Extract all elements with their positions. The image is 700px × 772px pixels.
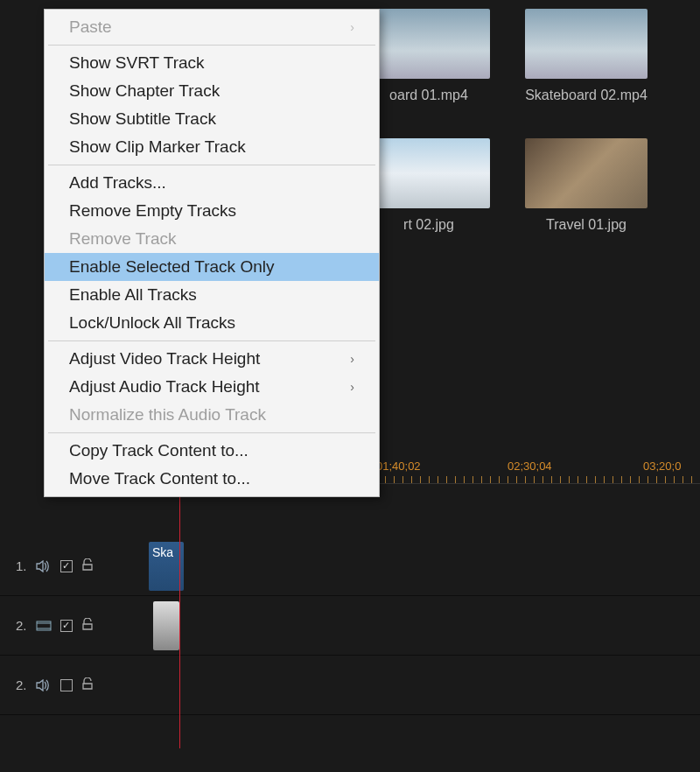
thumbnail-image — [368, 138, 490, 208]
thumbnail-label: oard 01.mp4 — [389, 88, 468, 103]
menu-label: Show Subtitle Track — [69, 109, 216, 129]
timeline-clip[interactable]: Ska — [149, 542, 184, 591]
menu-label: Add Tracks... — [69, 173, 166, 193]
media-thumb[interactable]: Skateboard 02.mp4 — [525, 9, 648, 103]
film-icon[interactable] — [36, 620, 52, 632]
track-row[interactable]: 2. — [0, 656, 700, 715]
menu-label: Adjust Video Track Height — [69, 349, 260, 368]
track-row[interactable]: 2. ✓ — [0, 596, 700, 656]
ruler-time: 01;40;02 — [376, 460, 421, 473]
menu-show-chapter[interactable]: Show Chapter Track — [45, 77, 379, 105]
menu-lock-unlock-all[interactable]: Lock/Unlock All Tracks — [45, 309, 379, 337]
speaker-icon[interactable] — [36, 679, 52, 691]
menu-label: Adjust Audio Track Height — [69, 377, 260, 397]
menu-label: Show SVRT Track — [69, 53, 205, 73]
menu-label: Enable Selected Track Only — [69, 257, 274, 277]
track-header: 2. — [0, 677, 149, 692]
thumbnail-image — [525, 138, 648, 208]
lock-icon[interactable] — [81, 558, 94, 573]
track-header: 1. ✓ — [0, 558, 149, 573]
menu-show-clip-marker[interactable]: Show Clip Marker Track — [45, 133, 379, 161]
timeline: 01;40;02 02;30;04 03;20;0 1. ✓ Ska 2. ✓ — [0, 460, 700, 715]
menu-label: Remove Empty Tracks — [69, 201, 236, 221]
track-number: 1. — [16, 558, 27, 573]
menu-separator — [48, 432, 375, 433]
lock-icon[interactable] — [81, 618, 94, 633]
media-thumb[interactable]: oard 01.mp4 — [368, 9, 490, 103]
thumbnail-label: Skateboard 02.mp4 — [525, 88, 648, 103]
menu-label: Copy Track Content to... — [69, 441, 248, 460]
menu-label: Lock/Unlock All Tracks — [69, 313, 235, 333]
submenu-arrow-icon: › — [350, 352, 354, 366]
menu-enable-all[interactable]: Enable All Tracks — [45, 281, 379, 309]
menu-label: Normalize this Audio Track — [69, 405, 266, 425]
menu-move-track-content[interactable]: Move Track Content to... — [45, 465, 379, 493]
context-menu: Paste › Show SVRT Track Show Chapter Tra… — [44, 9, 380, 497]
thumbnail-label: rt 02.jpg — [403, 217, 454, 233]
menu-add-tracks[interactable]: Add Tracks... — [45, 169, 379, 197]
ruler-time: 02;30;04 — [508, 460, 552, 473]
menu-copy-track-content[interactable]: Copy Track Content to... — [45, 437, 379, 465]
menu-remove-empty[interactable]: Remove Empty Tracks — [45, 197, 379, 225]
menu-adjust-audio-height[interactable]: Adjust Audio Track Height › — [45, 373, 379, 401]
menu-label: Paste — [69, 18, 112, 37]
menu-label: Show Chapter Track — [69, 81, 220, 101]
track-header: 2. ✓ — [0, 618, 149, 633]
menu-separator — [48, 45, 375, 46]
media-thumb[interactable]: rt 02.jpg — [368, 138, 490, 233]
menu-show-subtitle[interactable]: Show Subtitle Track — [45, 105, 379, 133]
menu-label: Move Track Content to... — [69, 469, 250, 488]
media-thumb[interactable]: Travel 01.jpg — [525, 138, 648, 233]
menu-enable-selected-only[interactable]: Enable Selected Track Only — [45, 253, 379, 281]
clip-label: Ska — [152, 545, 173, 559]
menu-label: Enable All Tracks — [69, 285, 197, 305]
menu-label: Show Clip Marker Track — [69, 137, 246, 157]
track-number: 2. — [16, 677, 27, 692]
timeline-clip[interactable] — [153, 601, 179, 650]
menu-adjust-video-height[interactable]: Adjust Video Track Height › — [45, 345, 379, 373]
menu-remove-track[interactable]: Remove Track — [45, 225, 379, 253]
lock-icon[interactable] — [81, 677, 94, 692]
track-number: 2. — [16, 618, 27, 633]
playhead[interactable] — [179, 486, 180, 748]
thumbnail-image — [525, 9, 648, 79]
menu-paste[interactable]: Paste › — [45, 13, 379, 41]
menu-separator — [48, 340, 375, 341]
submenu-arrow-icon: › — [350, 380, 354, 394]
menu-normalize-audio[interactable]: Normalize this Audio Track — [45, 401, 379, 429]
thumbnail-image — [368, 9, 490, 79]
menu-separator — [48, 165, 375, 165]
ruler-time: 03;20;0 — [643, 460, 681, 473]
track-enable-checkbox[interactable] — [60, 679, 73, 691]
track-row[interactable]: 1. ✓ Ska — [0, 537, 700, 596]
menu-show-svrt[interactable]: Show SVRT Track — [45, 49, 379, 77]
thumbnail-label: Travel 01.jpg — [546, 217, 626, 233]
track-enable-checkbox[interactable]: ✓ — [60, 560, 73, 572]
menu-label: Remove Track — [69, 229, 176, 249]
speaker-icon[interactable] — [36, 560, 52, 572]
submenu-arrow-icon: › — [350, 20, 354, 34]
track-enable-checkbox[interactable]: ✓ — [60, 620, 73, 632]
